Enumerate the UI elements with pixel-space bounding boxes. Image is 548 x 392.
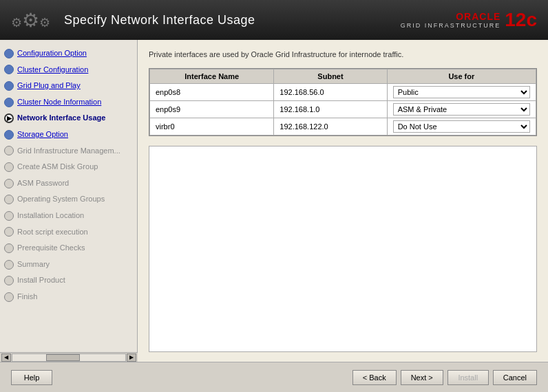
- col-header-subnet: Subnet: [274, 69, 387, 84]
- footer-right: < Back Next > Install Cancel: [352, 370, 537, 385]
- sidebar-label-summary: Summary: [17, 259, 50, 271]
- gear-icons: ⚙ ⚙ ⚙: [11, 9, 50, 32]
- footer-left: Help: [11, 370, 52, 385]
- sidebar-item-prerequisite-checks: Prerequisite Checks: [0, 240, 137, 257]
- sidebar-item-cluster-configuration[interactable]: Cluster Configuration: [0, 62, 137, 78]
- sidebar-item-network-interface-usage[interactable]: ▶Network Interface Usage: [0, 110, 137, 127]
- scroll-right-arrow[interactable]: ▶: [127, 353, 136, 362]
- sidebar-item-grid-infrastructure-management: Grid Infrastructure Managem...: [0, 143, 137, 160]
- large-gear-icon: ⚙: [22, 9, 39, 32]
- main-container: Configuration OptionCluster Configuratio…: [0, 40, 548, 362]
- sidebar-item-storage-option[interactable]: Storage Option: [0, 127, 137, 143]
- content-description: Private interfaces are used by Oracle Gr…: [149, 50, 537, 60]
- help-button[interactable]: Help: [11, 370, 52, 385]
- use-for-select-2[interactable]: PublicASM & PrivatePrivateASMDo Not Use: [393, 120, 530, 133]
- sidebar: Configuration OptionCluster Configuratio…: [0, 40, 138, 362]
- sidebar-label-grid-infrastructure-management: Grid Infrastructure Managem...: [17, 145, 120, 157]
- subnet-cell: 192.168.122.0: [274, 118, 387, 135]
- sidebar-label-network-interface-usage: Network Interface Usage: [17, 112, 105, 124]
- subnet-cell: 192.168.1.0: [274, 101, 387, 118]
- header: ⚙ ⚙ ⚙ Specify Network Interface Usage OR…: [0, 0, 548, 40]
- col-header-usefor: Use for: [387, 69, 536, 84]
- oracle-subtitle-text: GRID INFRASTRUCTURE: [401, 22, 501, 29]
- oracle-brand-text: ORACLE: [456, 11, 500, 22]
- notes-area: [149, 146, 537, 352]
- sidebar-scrollbar-container[interactable]: ◀ ▶: [0, 352, 138, 362]
- small-gear-icon: ⚙: [11, 15, 22, 30]
- footer: Help < Back Next > Install Cancel: [0, 362, 548, 392]
- sidebar-item-asm-password: ASM Password: [0, 175, 137, 192]
- oracle-version-text: 12c: [505, 10, 537, 30]
- scroll-thumb[interactable]: [46, 354, 80, 361]
- sidebar-item-root-script-execution: Root script execution: [0, 224, 137, 241]
- subnet-cell: 192.168.56.0: [274, 84, 387, 101]
- content-area: Private interfaces are used by Oracle Gr…: [138, 40, 548, 362]
- sidebar-label-create-asm-disk-group: Create ASM Disk Group: [17, 161, 98, 173]
- col-header-interface: Interface Name: [150, 69, 274, 84]
- sidebar-label-cluster-node-information: Cluster Node Information: [17, 96, 101, 109]
- scroll-left-arrow[interactable]: ◀: [1, 353, 11, 362]
- sidebar-label-operating-system-groups: Operating System Groups: [17, 193, 105, 206]
- use-for-cell[interactable]: PublicASM & PrivatePrivateASMDo Not Use: [387, 101, 536, 118]
- interface-name-cell: enp0s9: [150, 101, 274, 118]
- interface-table: Interface Name Subnet Use for enp0s8192.…: [149, 69, 536, 135]
- sidebar-item-configuration-option[interactable]: Configuration Option: [0, 45, 137, 62]
- sidebar-label-finish: Finish: [17, 291, 37, 303]
- oracle-logo: ORACLE GRID INFRASTRUCTURE 12c: [401, 10, 537, 30]
- sidebar-label-storage-option: Storage Option: [17, 129, 68, 141]
- sidebar-item-operating-system-groups: Operating System Groups: [0, 191, 137, 208]
- page-title: Specify Network Interface Usage: [64, 13, 255, 28]
- sidebar-item-installation-location: Installation Location: [0, 208, 137, 224]
- sidebar-label-installation-location: Installation Location: [17, 210, 84, 222]
- sidebar-item-grid-plug-and-play[interactable]: Grid Plug and Play: [0, 78, 137, 94]
- cancel-button[interactable]: Cancel: [493, 370, 537, 385]
- back-button[interactable]: < Back: [352, 370, 397, 385]
- small-gear-icon-2: ⚙: [39, 15, 50, 30]
- sidebar-item-summary: Summary: [0, 257, 137, 273]
- interface-table-wrapper: Interface Name Subnet Use for enp0s8192.…: [149, 68, 537, 136]
- sidebar-item-create-asm-disk-group: Create ASM Disk Group: [0, 159, 137, 175]
- use-for-select-1[interactable]: PublicASM & PrivatePrivateASMDo Not Use: [393, 103, 530, 116]
- sidebar-item-finish: Finish: [0, 289, 137, 305]
- sidebar-label-root-script-execution: Root script execution: [17, 226, 88, 239]
- sidebar-label-cluster-configuration: Cluster Configuration: [17, 64, 88, 76]
- scroll-track[interactable]: [12, 353, 126, 362]
- interface-name-cell: enp0s8: [150, 84, 274, 101]
- install-button[interactable]: Install: [447, 370, 489, 385]
- sidebar-label-configuration-option: Configuration Option: [17, 47, 87, 60]
- table-row: enp0s8192.168.56.0PublicASM & PrivatePri…: [150, 84, 536, 101]
- sidebar-label-install-product: Install Product: [17, 274, 65, 287]
- table-row: enp0s9192.168.1.0PublicASM & PrivatePriv…: [150, 101, 536, 118]
- sidebar-label-asm-password: ASM Password: [17, 177, 69, 190]
- interface-name-cell: virbr0: [150, 118, 274, 135]
- use-for-cell[interactable]: PublicASM & PrivatePrivateASMDo Not Use: [387, 118, 536, 135]
- sidebar-item-cluster-node-information[interactable]: Cluster Node Information: [0, 94, 137, 111]
- sidebar-label-prerequisite-checks: Prerequisite Checks: [17, 242, 85, 254]
- next-button[interactable]: Next >: [401, 370, 443, 385]
- use-for-cell[interactable]: PublicASM & PrivatePrivateASMDo Not Use: [387, 84, 536, 101]
- sidebar-item-install-product: Install Product: [0, 272, 137, 289]
- sidebar-label-grid-plug-and-play: Grid Plug and Play: [17, 80, 81, 92]
- table-row: virbr0192.168.122.0PublicASM & PrivatePr…: [150, 118, 536, 135]
- use-for-select-0[interactable]: PublicASM & PrivatePrivateASMDo Not Use: [393, 86, 530, 98]
